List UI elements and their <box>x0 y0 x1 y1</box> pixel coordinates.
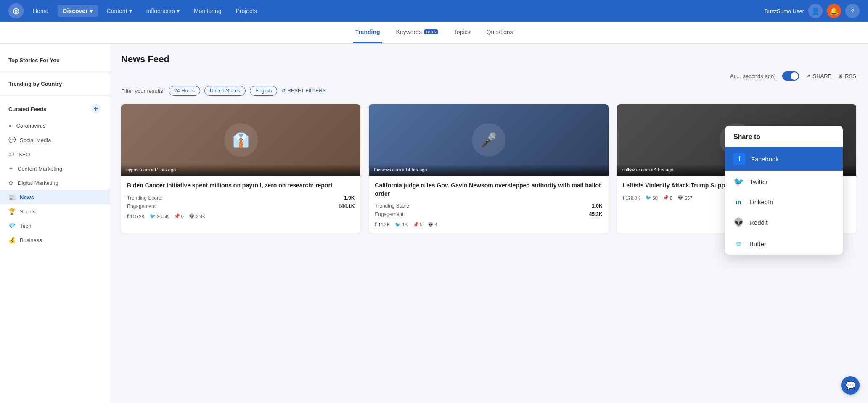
page-title: News Feed <box>121 54 856 65</box>
auto-refresh-toggle[interactable] <box>782 71 799 81</box>
sidebar: Top Stories For You Trending by Country … <box>0 44 109 403</box>
user-avatar-button[interactable]: 👤 <box>808 4 823 18</box>
chat-icon: 💬 <box>845 380 856 390</box>
diamond-icon: 💎 <box>8 222 16 229</box>
filter-united-states[interactable]: United States <box>204 86 246 96</box>
tab-questions[interactable]: Questions <box>485 22 515 43</box>
share-dropdown: Share to f Facebook 🐦 Twitter in LinkedI… <box>725 126 843 255</box>
pin-count-3: 📌 0 <box>663 195 672 200</box>
filter-24hours[interactable]: 24 Hours <box>169 86 200 96</box>
chat-bubble-button[interactable]: 💬 <box>841 376 860 395</box>
share-buffer[interactable]: ≡ Buffer <box>725 233 843 255</box>
auto-refresh-label: Au... seconds ago) <box>730 73 775 79</box>
tw-count-3: 🐦 50 <box>646 195 658 200</box>
sidebar-item-coronavirus[interactable]: ● Coronavirus <box>0 119 109 133</box>
gear-icon: ✿ <box>8 179 13 186</box>
card-title-1: Biden Cancer Initiative spent millions o… <box>127 182 355 190</box>
share-twitter[interactable]: 🐦 Twitter <box>725 171 843 192</box>
nav-content[interactable]: Content ▾ <box>102 5 137 17</box>
nav-home[interactable]: Home <box>28 5 53 17</box>
share-facebook[interactable]: f Facebook <box>725 147 843 171</box>
card-stats-trending-2: Trending Score: 1.0K <box>375 203 602 209</box>
help-button[interactable]: ? <box>845 4 860 18</box>
sidebar-item-seo[interactable]: 🏷 SEO <box>0 147 109 161</box>
tag-icon: 🏷 <box>8 151 14 158</box>
card-image-2: 🎤 foxnews.com • 14 hrs ago <box>369 104 608 176</box>
card-stats-engagement-1: Engagement: 144.1K <box>127 203 355 209</box>
share-reddit[interactable]: 👽 Reddit <box>725 211 843 233</box>
card-title-2: California judge rules Gov. Gavin Newsom… <box>375 182 602 198</box>
auto-refresh-bar: Au... seconds ago) ↗ SHARE ⊕ RSS <box>121 71 856 81</box>
top-navigation: ◎ Home Discover ▾ Content ▾ Influencers … <box>0 0 868 22</box>
rss-button[interactable]: ⊕ RSS <box>838 73 856 79</box>
share-icon: ↗ <box>806 73 810 79</box>
reddit-count-3: 👽 557 <box>677 195 692 200</box>
chat-icon: 💬 <box>8 137 16 143</box>
sidebar-item-social-media[interactable]: 💬 Social Media <box>0 133 109 147</box>
user-label: BuzzSumo User <box>765 8 804 14</box>
pin-count-1: 📌 0 <box>174 213 184 219</box>
main-content: News Feed Au... seconds ago) ↗ SHARE ⊕ R… <box>109 44 868 403</box>
nav-discover[interactable]: Discover ▾ <box>58 5 97 17</box>
share-dropdown-title: Share to <box>725 126 843 147</box>
buffer-icon: ≡ <box>733 239 744 249</box>
card-body-2: California judge rules Gov. Gavin Newsom… <box>369 176 608 233</box>
share-linkedin[interactable]: in LinkedIn <box>725 192 843 211</box>
card-stats-trending-1: Trending Score: 1.9K <box>127 195 355 201</box>
fb-count-2: f 44.2K <box>375 221 390 227</box>
news-icon: 📰 <box>8 194 16 200</box>
filter-english[interactable]: English <box>250 86 277 96</box>
sidebar-item-content-marketing[interactable]: ✦ Content Marketing <box>0 161 109 176</box>
sidebar-item-sports[interactable]: 🏆 Sports <box>0 204 109 219</box>
twitter-icon: 🐦 <box>733 176 744 187</box>
share-button[interactable]: ↗ SHARE <box>806 73 831 79</box>
tw-count-2: 🐦 1K <box>395 222 408 227</box>
notifications-button[interactable]: 🔔 <box>827 4 841 18</box>
nav-projects[interactable]: Projects <box>230 5 262 17</box>
chevron-down-icon: ▾ <box>129 8 132 14</box>
logo[interactable]: ◎ <box>8 3 24 18</box>
circle-icon: ● <box>8 122 12 129</box>
card-body-1: Biden Cancer Initiative spent millions o… <box>121 176 360 225</box>
fb-count-1: f 115.2K <box>127 213 145 219</box>
beta-badge: BETA <box>424 29 438 34</box>
tab-trending[interactable]: Trending <box>353 22 381 43</box>
tab-keywords[interactable]: Keywords BETA <box>394 22 439 43</box>
card-source-1: nypost.com • 11 hrs ago <box>121 164 360 176</box>
sub-navigation: Trending Keywords BETA Topics Questions <box>0 22 868 44</box>
sidebar-item-tech[interactable]: 💎 Tech <box>0 219 109 233</box>
card-social-2: f 44.2K 🐦 1K 📌 5 👽 4 <box>375 221 602 227</box>
reddit-count-2: 👽 4 <box>428 222 437 227</box>
refresh-icon: ↺ <box>281 88 286 94</box>
nav-influencers[interactable]: Influencers ▾ <box>141 5 185 17</box>
linkedin-icon: in <box>733 199 744 205</box>
pin-count-2: 📌 5 <box>413 222 423 227</box>
sidebar-item-news[interactable]: 📰 News <box>0 190 109 204</box>
main-layout: Top Stories For You Trending by Country … <box>0 44 868 403</box>
facebook-icon: f <box>733 153 745 165</box>
sidebar-curated-feeds[interactable]: Curated Feeds + <box>0 99 109 119</box>
nav-monitoring[interactable]: Monitoring <box>189 5 226 17</box>
sidebar-trending-country[interactable]: Trending by Country <box>0 76 109 92</box>
card-stats-engagement-2: Engagement: 45.3K <box>375 211 602 217</box>
nav-right-section: BuzzSumo User 👤 🔔 ? <box>765 4 860 18</box>
rss-icon: ⊕ <box>838 73 843 79</box>
tab-topics[interactable]: Topics <box>452 22 472 43</box>
money-icon: 💰 <box>8 237 16 243</box>
card-image-1: 👔 nypost.com • 11 hrs ago <box>121 104 360 176</box>
reddit-count-1: 👽 2.4K <box>189 213 206 219</box>
news-card-2[interactable]: 🎤 foxnews.com • 14 hrs ago California ju… <box>369 104 608 233</box>
sidebar-item-digital-marketing[interactable]: ✿ Digital Marketing <box>0 176 109 190</box>
star-icon: ✦ <box>8 165 13 172</box>
news-card-1[interactable]: 👔 nypost.com • 11 hrs ago Biden Cancer I… <box>121 104 360 233</box>
trophy-icon: 🏆 <box>8 208 16 215</box>
fb-count-3: f 170.9K <box>623 195 640 201</box>
chevron-down-icon: ▾ <box>177 8 180 14</box>
sidebar-top-stories[interactable]: Top Stories For You <box>0 52 109 68</box>
sidebar-item-business[interactable]: 💰 Business <box>0 233 109 247</box>
filters-bar: Filter your results: 24 Hours United Sta… <box>121 86 856 96</box>
reset-filters-button[interactable]: ↺ RESET FILTERS <box>281 88 326 94</box>
card-source-2: foxnews.com • 14 hrs ago <box>369 164 608 176</box>
add-feed-button[interactable]: + <box>91 104 101 113</box>
chevron-down-icon: ▾ <box>90 8 93 14</box>
